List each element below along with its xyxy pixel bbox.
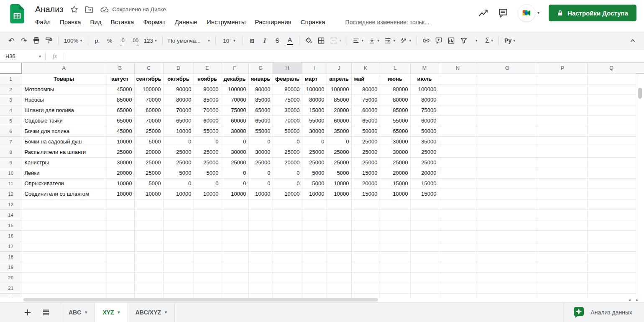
cell-L22[interactable] <box>380 293 410 297</box>
cell-Q4[interactable] <box>587 105 636 115</box>
cell-E1[interactable]: ноябрь <box>194 74 221 84</box>
cell-A5[interactable]: Садовые тачки <box>22 115 106 126</box>
cell-D10[interactable]: 5000 <box>163 168 194 178</box>
vertical-align-button[interactable]: ▾ <box>366 34 381 47</box>
fill-color-button[interactable] <box>303 34 314 47</box>
menu-insert[interactable]: Вставка <box>111 18 134 26</box>
row-header-18[interactable]: 18 <box>0 251 22 262</box>
redo-button[interactable]: ↷ <box>18 34 30 47</box>
cell-C8[interactable]: 20000 <box>134 147 163 157</box>
cell-E4[interactable]: 70000 <box>194 105 221 115</box>
cell-J6[interactable]: 35000 <box>327 126 351 136</box>
cell-J18[interactable] <box>327 251 351 262</box>
scroll-right-icon[interactable]: ▸ <box>636 297 638 302</box>
format-percent-button[interactable]: % <box>104 34 116 47</box>
cell-P10[interactable] <box>538 168 587 178</box>
cell-E16[interactable] <box>194 230 221 241</box>
cell-H6[interactable]: 50000 <box>273 126 302 136</box>
cell-E6[interactable]: 55000 <box>194 126 221 136</box>
cell-B17[interactable] <box>106 241 134 251</box>
cell-F4[interactable]: 75000 <box>221 105 248 115</box>
cell-K5[interactable]: 65000 <box>351 115 380 126</box>
text-wrap-button[interactable]: ▾ <box>382 34 397 47</box>
cell-O10[interactable] <box>477 168 538 178</box>
cell-F14[interactable] <box>221 210 248 220</box>
cell-N2[interactable] <box>439 84 477 95</box>
column-header-F[interactable]: F <box>221 63 248 74</box>
cell-F21[interactable] <box>221 283 248 293</box>
input-tools-button[interactable]: Ру▾ <box>502 34 517 47</box>
cell-J11[interactable]: 10000 <box>327 178 351 189</box>
cell-H21[interactable] <box>273 283 302 293</box>
cell-Q5[interactable] <box>587 115 636 126</box>
cell-N19[interactable] <box>439 262 477 272</box>
cell-L2[interactable]: 80000 <box>380 84 410 95</box>
cell-I4[interactable]: 15000 <box>302 105 327 115</box>
cell-E19[interactable] <box>194 262 221 272</box>
cell-N17[interactable] <box>439 241 477 251</box>
cell-C11[interactable]: 5000 <box>134 178 163 189</box>
cell-F16[interactable] <box>221 230 248 241</box>
cell-O18[interactable] <box>477 251 538 262</box>
cell-O7[interactable] <box>477 136 538 147</box>
cell-L19[interactable] <box>380 262 410 272</box>
cell-M9[interactable]: 25000 <box>410 157 439 168</box>
star-icon[interactable] <box>70 5 78 13</box>
cell-L7[interactable]: 30000 <box>380 136 410 147</box>
cell-F11[interactable]: 0 <box>221 178 248 189</box>
cell-L1[interactable]: июнь <box>380 74 410 84</box>
sheet-tab-xyz[interactable]: XYZ▾ <box>95 303 128 322</box>
cell-H8[interactable]: 25000 <box>273 147 302 157</box>
cell-F12[interactable]: 10000 <box>221 189 248 199</box>
cell-G9[interactable]: 25000 <box>248 157 273 168</box>
cell-Q1[interactable] <box>587 74 636 84</box>
cell-D16[interactable] <box>163 230 194 241</box>
cell-M11[interactable]: 15000 <box>410 178 439 189</box>
cell-J13[interactable] <box>327 199 351 210</box>
cell-B5[interactable]: 65000 <box>106 115 134 126</box>
insert-comment-button[interactable] <box>433 34 445 47</box>
cell-A14[interactable] <box>22 210 106 220</box>
insert-link-button[interactable] <box>420 34 432 47</box>
cell-M16[interactable] <box>410 230 439 241</box>
cell-B8[interactable]: 25000 <box>106 147 134 157</box>
cell-B7[interactable]: 10000 <box>106 136 134 147</box>
cell-A1[interactable]: Товары <box>22 74 106 84</box>
cell-I8[interactable]: 25000 <box>302 147 327 157</box>
cell-J8[interactable]: 25000 <box>327 147 351 157</box>
cell-K10[interactable]: 15000 <box>351 168 380 178</box>
cell-C21[interactable] <box>134 283 163 293</box>
cell-H17[interactable] <box>273 241 302 251</box>
column-header-H[interactable]: H <box>273 63 302 74</box>
cell-Q18[interactable] <box>587 251 636 262</box>
cell-C4[interactable]: 60000 <box>134 105 163 115</box>
cell-E15[interactable] <box>194 220 221 230</box>
row-header-17[interactable]: 17 <box>0 241 22 251</box>
cell-E14[interactable] <box>194 210 221 220</box>
cell-H12[interactable]: 10000 <box>273 189 302 199</box>
cell-I2[interactable]: 100000 <box>302 84 327 95</box>
cell-C12[interactable]: 10000 <box>134 189 163 199</box>
cell-P18[interactable] <box>538 251 587 262</box>
cell-C19[interactable] <box>134 262 163 272</box>
row-header-10[interactable]: 10 <box>0 168 22 178</box>
menu-tools[interactable]: Инструменты <box>207 18 246 26</box>
cell-L13[interactable] <box>380 199 410 210</box>
cell-Q6[interactable] <box>587 126 636 136</box>
horizontal-scrollbar[interactable]: ◂ ▸ <box>0 297 644 302</box>
cell-K20[interactable] <box>351 272 380 283</box>
cell-C7[interactable]: 5000 <box>134 136 163 147</box>
cell-J1[interactable]: апрель <box>327 74 351 84</box>
sheet-tab-abc[interactable]: ABC▾ <box>61 303 95 322</box>
cell-C22[interactable] <box>134 293 163 297</box>
cell-M5[interactable]: 60000 <box>410 115 439 126</box>
cell-I22[interactable] <box>302 293 327 297</box>
cell-E7[interactable]: 0 <box>194 136 221 147</box>
cell-B10[interactable]: 20000 <box>106 168 134 178</box>
cell-K8[interactable]: 25000 <box>351 147 380 157</box>
row-header-11[interactable]: 11 <box>0 178 22 189</box>
cell-N10[interactable] <box>439 168 477 178</box>
cell-I10[interactable]: 5000 <box>302 168 327 178</box>
add-sheet-button[interactable] <box>24 309 31 316</box>
cell-F3[interactable]: 70000 <box>221 95 248 105</box>
